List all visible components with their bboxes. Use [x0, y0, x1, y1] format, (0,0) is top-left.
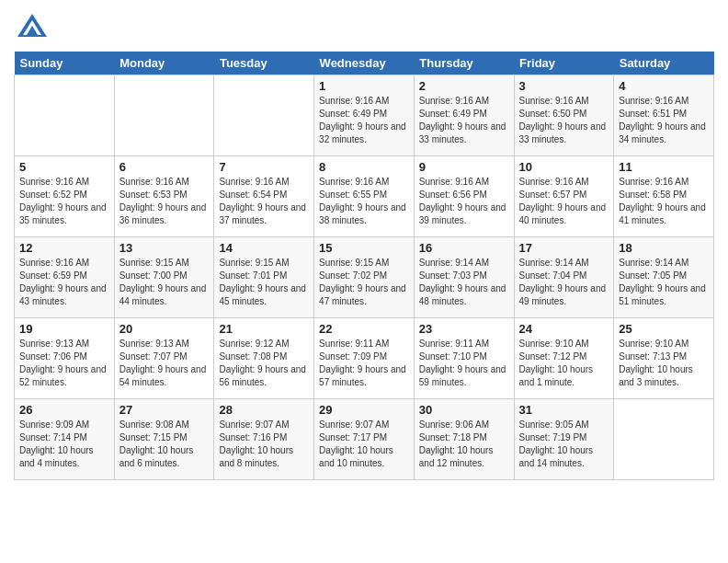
calendar-cell: 15Sunrise: 9:15 AM Sunset: 7:02 PM Dayli… — [314, 237, 415, 318]
day-number: 19 — [19, 322, 109, 336]
day-number: 23 — [419, 322, 509, 336]
calendar-cell: 10Sunrise: 9:16 AM Sunset: 6:57 PM Dayli… — [514, 156, 614, 237]
calendar-cell: 17Sunrise: 9:14 AM Sunset: 7:04 PM Dayli… — [514, 237, 614, 318]
calendar-cell: 6Sunrise: 9:16 AM Sunset: 6:53 PM Daylig… — [114, 156, 214, 237]
calendar-cell: 28Sunrise: 9:07 AM Sunset: 7:16 PM Dayli… — [214, 399, 314, 480]
day-number: 30 — [419, 403, 509, 417]
calendar-cell: 27Sunrise: 9:08 AM Sunset: 7:15 PM Dayli… — [114, 399, 214, 480]
day-info: Sunrise: 9:16 AM Sunset: 6:50 PM Dayligh… — [519, 95, 609, 146]
day-info: Sunrise: 9:08 AM Sunset: 7:15 PM Dayligh… — [119, 419, 210, 470]
day-number: 5 — [19, 160, 109, 174]
day-number: 9 — [419, 160, 509, 174]
calendar-cell: 4Sunrise: 9:16 AM Sunset: 6:51 PM Daylig… — [614, 75, 714, 156]
calendar-cell: 7Sunrise: 9:16 AM Sunset: 6:54 PM Daylig… — [214, 156, 314, 237]
day-info: Sunrise: 9:16 AM Sunset: 6:53 PM Dayligh… — [119, 176, 210, 227]
day-info: Sunrise: 9:07 AM Sunset: 7:16 PM Dayligh… — [219, 419, 309, 470]
calendar-cell: 18Sunrise: 9:14 AM Sunset: 7:05 PM Dayli… — [614, 237, 714, 318]
day-number: 20 — [119, 322, 210, 336]
day-number: 31 — [519, 403, 609, 417]
day-number: 15 — [319, 241, 409, 255]
day-header-friday: Friday — [514, 52, 614, 75]
calendar-cell: 1Sunrise: 9:16 AM Sunset: 6:49 PM Daylig… — [314, 75, 415, 156]
day-header-tuesday: Tuesday — [214, 52, 314, 75]
day-number: 22 — [319, 322, 409, 336]
day-number: 6 — [119, 160, 210, 174]
day-info: Sunrise: 9:10 AM Sunset: 7:13 PM Dayligh… — [619, 338, 709, 389]
day-info: Sunrise: 9:06 AM Sunset: 7:18 PM Dayligh… — [419, 419, 509, 470]
day-info: Sunrise: 9:14 AM Sunset: 7:04 PM Dayligh… — [519, 257, 609, 308]
calendar-cell: 20Sunrise: 9:13 AM Sunset: 7:07 PM Dayli… — [114, 318, 214, 399]
calendar-cell: 29Sunrise: 9:07 AM Sunset: 7:17 PM Dayli… — [314, 399, 415, 480]
day-number: 16 — [419, 241, 509, 255]
day-number: 26 — [19, 403, 109, 417]
calendar-cell — [15, 75, 115, 156]
calendar-cell: 11Sunrise: 9:16 AM Sunset: 6:58 PM Dayli… — [614, 156, 714, 237]
day-info: Sunrise: 9:16 AM Sunset: 6:57 PM Dayligh… — [519, 176, 609, 227]
calendar-cell: 22Sunrise: 9:11 AM Sunset: 7:09 PM Dayli… — [314, 318, 415, 399]
day-info: Sunrise: 9:13 AM Sunset: 7:06 PM Dayligh… — [19, 338, 109, 389]
calendar-cell — [614, 399, 714, 480]
week-row-3: 12Sunrise: 9:16 AM Sunset: 6:59 PM Dayli… — [15, 237, 714, 318]
calendar-cell: 23Sunrise: 9:11 AM Sunset: 7:10 PM Dayli… — [414, 318, 514, 399]
calendar-cell — [214, 75, 314, 156]
day-number: 29 — [319, 403, 409, 417]
day-info: Sunrise: 9:16 AM Sunset: 6:59 PM Dayligh… — [19, 257, 109, 308]
day-number: 27 — [119, 403, 210, 417]
calendar-cell: 25Sunrise: 9:10 AM Sunset: 7:13 PM Dayli… — [614, 318, 714, 399]
header — [14, 9, 714, 46]
day-number: 4 — [619, 79, 709, 93]
day-header-sunday: Sunday — [15, 52, 115, 75]
day-number: 2 — [419, 79, 509, 93]
day-info: Sunrise: 9:15 AM Sunset: 7:01 PM Dayligh… — [219, 257, 309, 308]
week-row-2: 5Sunrise: 9:16 AM Sunset: 6:52 PM Daylig… — [15, 156, 714, 237]
day-number: 13 — [119, 241, 210, 255]
logo — [14, 9, 54, 46]
calendar-table: SundayMondayTuesdayWednesdayThursdayFrid… — [14, 52, 714, 480]
calendar-cell: 16Sunrise: 9:14 AM Sunset: 7:03 PM Dayli… — [414, 237, 514, 318]
day-info: Sunrise: 9:16 AM Sunset: 6:55 PM Dayligh… — [319, 176, 409, 227]
calendar-cell: 3Sunrise: 9:16 AM Sunset: 6:50 PM Daylig… — [514, 75, 614, 156]
week-row-5: 26Sunrise: 9:09 AM Sunset: 7:14 PM Dayli… — [15, 399, 714, 480]
day-info: Sunrise: 9:14 AM Sunset: 7:03 PM Dayligh… — [419, 257, 509, 308]
calendar-cell: 24Sunrise: 9:10 AM Sunset: 7:12 PM Dayli… — [514, 318, 614, 399]
calendar-cell: 14Sunrise: 9:15 AM Sunset: 7:01 PM Dayli… — [214, 237, 314, 318]
calendar-cell: 31Sunrise: 9:05 AM Sunset: 7:19 PM Dayli… — [514, 399, 614, 480]
day-info: Sunrise: 9:16 AM Sunset: 6:49 PM Dayligh… — [319, 95, 409, 146]
day-number: 14 — [219, 241, 309, 255]
day-info: Sunrise: 9:12 AM Sunset: 7:08 PM Dayligh… — [219, 338, 309, 389]
day-number: 8 — [319, 160, 409, 174]
day-number: 11 — [619, 160, 709, 174]
day-info: Sunrise: 9:16 AM Sunset: 6:56 PM Dayligh… — [419, 176, 509, 227]
day-number: 10 — [519, 160, 609, 174]
day-header-saturday: Saturday — [614, 52, 714, 75]
day-header-thursday: Thursday — [414, 52, 514, 75]
day-number: 25 — [619, 322, 709, 336]
calendar-cell: 21Sunrise: 9:12 AM Sunset: 7:08 PM Dayli… — [214, 318, 314, 399]
week-row-4: 19Sunrise: 9:13 AM Sunset: 7:06 PM Dayli… — [15, 318, 714, 399]
day-info: Sunrise: 9:16 AM Sunset: 6:54 PM Dayligh… — [219, 176, 309, 227]
day-number: 24 — [519, 322, 609, 336]
calendar-cell: 30Sunrise: 9:06 AM Sunset: 7:18 PM Dayli… — [414, 399, 514, 480]
day-info: Sunrise: 9:10 AM Sunset: 7:12 PM Dayligh… — [519, 338, 609, 389]
day-info: Sunrise: 9:15 AM Sunset: 7:02 PM Dayligh… — [319, 257, 409, 308]
week-row-1: 1Sunrise: 9:16 AM Sunset: 6:49 PM Daylig… — [15, 75, 714, 156]
logo-icon — [14, 9, 51, 46]
header-row: SundayMondayTuesdayWednesdayThursdayFrid… — [15, 52, 714, 75]
day-info: Sunrise: 9:13 AM Sunset: 7:07 PM Dayligh… — [119, 338, 210, 389]
calendar-cell: 9Sunrise: 9:16 AM Sunset: 6:56 PM Daylig… — [414, 156, 514, 237]
day-number: 21 — [219, 322, 309, 336]
day-number: 18 — [619, 241, 709, 255]
day-info: Sunrise: 9:16 AM Sunset: 6:52 PM Dayligh… — [19, 176, 109, 227]
day-info: Sunrise: 9:15 AM Sunset: 7:00 PM Dayligh… — [119, 257, 210, 308]
day-info: Sunrise: 9:07 AM Sunset: 7:17 PM Dayligh… — [319, 419, 409, 470]
day-info: Sunrise: 9:14 AM Sunset: 7:05 PM Dayligh… — [619, 257, 709, 308]
main-container: SundayMondayTuesdayWednesdayThursdayFrid… — [0, 0, 728, 489]
day-number: 17 — [519, 241, 609, 255]
day-info: Sunrise: 9:16 AM Sunset: 6:58 PM Dayligh… — [619, 176, 709, 227]
day-number: 3 — [519, 79, 609, 93]
calendar-cell: 12Sunrise: 9:16 AM Sunset: 6:59 PM Dayli… — [15, 237, 115, 318]
day-header-monday: Monday — [114, 52, 214, 75]
day-info: Sunrise: 9:11 AM Sunset: 7:09 PM Dayligh… — [319, 338, 409, 389]
day-number: 12 — [19, 241, 109, 255]
day-number: 7 — [219, 160, 309, 174]
